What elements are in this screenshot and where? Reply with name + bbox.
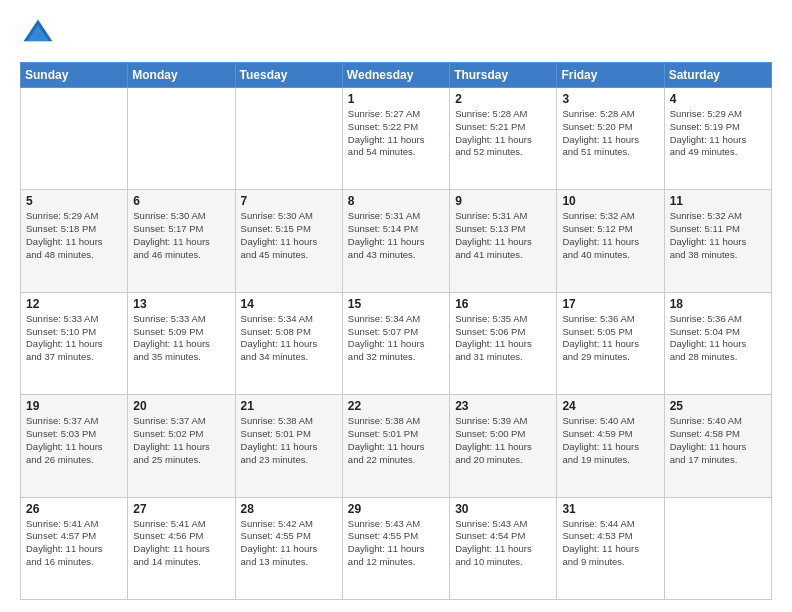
calendar-cell: 16Sunrise: 5:35 AM Sunset: 5:06 PM Dayli…	[450, 292, 557, 394]
calendar-cell: 14Sunrise: 5:34 AM Sunset: 5:08 PM Dayli…	[235, 292, 342, 394]
calendar-cell: 24Sunrise: 5:40 AM Sunset: 4:59 PM Dayli…	[557, 395, 664, 497]
day-info: Sunrise: 5:43 AM Sunset: 4:55 PM Dayligh…	[348, 518, 444, 569]
calendar-cell: 7Sunrise: 5:30 AM Sunset: 5:15 PM Daylig…	[235, 190, 342, 292]
header	[20, 16, 772, 52]
day-number: 7	[241, 194, 337, 208]
weekday-header-row: SundayMondayTuesdayWednesdayThursdayFrid…	[21, 63, 772, 88]
day-number: 23	[455, 399, 551, 413]
day-number: 24	[562, 399, 658, 413]
day-info: Sunrise: 5:32 AM Sunset: 5:12 PM Dayligh…	[562, 210, 658, 261]
day-info: Sunrise: 5:36 AM Sunset: 5:05 PM Dayligh…	[562, 313, 658, 364]
day-number: 4	[670, 92, 766, 106]
calendar-cell: 15Sunrise: 5:34 AM Sunset: 5:07 PM Dayli…	[342, 292, 449, 394]
calendar-cell: 6Sunrise: 5:30 AM Sunset: 5:17 PM Daylig…	[128, 190, 235, 292]
day-number: 13	[133, 297, 229, 311]
day-info: Sunrise: 5:39 AM Sunset: 5:00 PM Dayligh…	[455, 415, 551, 466]
calendar-cell: 23Sunrise: 5:39 AM Sunset: 5:00 PM Dayli…	[450, 395, 557, 497]
day-number: 19	[26, 399, 122, 413]
calendar-cell: 27Sunrise: 5:41 AM Sunset: 4:56 PM Dayli…	[128, 497, 235, 599]
calendar-cell: 28Sunrise: 5:42 AM Sunset: 4:55 PM Dayli…	[235, 497, 342, 599]
calendar-cell: 1Sunrise: 5:27 AM Sunset: 5:22 PM Daylig…	[342, 88, 449, 190]
calendar-cell: 13Sunrise: 5:33 AM Sunset: 5:09 PM Dayli…	[128, 292, 235, 394]
calendar-cell: 31Sunrise: 5:44 AM Sunset: 4:53 PM Dayli…	[557, 497, 664, 599]
day-number: 31	[562, 502, 658, 516]
day-info: Sunrise: 5:27 AM Sunset: 5:22 PM Dayligh…	[348, 108, 444, 159]
calendar-cell: 30Sunrise: 5:43 AM Sunset: 4:54 PM Dayli…	[450, 497, 557, 599]
day-info: Sunrise: 5:37 AM Sunset: 5:02 PM Dayligh…	[133, 415, 229, 466]
day-info: Sunrise: 5:41 AM Sunset: 4:57 PM Dayligh…	[26, 518, 122, 569]
calendar-table: SundayMondayTuesdayWednesdayThursdayFrid…	[20, 62, 772, 600]
day-number: 9	[455, 194, 551, 208]
day-info: Sunrise: 5:38 AM Sunset: 5:01 PM Dayligh…	[241, 415, 337, 466]
calendar-cell: 29Sunrise: 5:43 AM Sunset: 4:55 PM Dayli…	[342, 497, 449, 599]
day-number: 30	[455, 502, 551, 516]
calendar-cell: 8Sunrise: 5:31 AM Sunset: 5:14 PM Daylig…	[342, 190, 449, 292]
day-info: Sunrise: 5:37 AM Sunset: 5:03 PM Dayligh…	[26, 415, 122, 466]
day-number: 21	[241, 399, 337, 413]
calendar-week-row: 5Sunrise: 5:29 AM Sunset: 5:18 PM Daylig…	[21, 190, 772, 292]
calendar-cell: 20Sunrise: 5:37 AM Sunset: 5:02 PM Dayli…	[128, 395, 235, 497]
day-number: 18	[670, 297, 766, 311]
weekday-header: Saturday	[664, 63, 771, 88]
day-info: Sunrise: 5:36 AM Sunset: 5:04 PM Dayligh…	[670, 313, 766, 364]
calendar-cell	[235, 88, 342, 190]
day-info: Sunrise: 5:42 AM Sunset: 4:55 PM Dayligh…	[241, 518, 337, 569]
page: SundayMondayTuesdayWednesdayThursdayFrid…	[0, 0, 792, 612]
day-number: 22	[348, 399, 444, 413]
calendar-week-row: 12Sunrise: 5:33 AM Sunset: 5:10 PM Dayli…	[21, 292, 772, 394]
calendar-cell: 22Sunrise: 5:38 AM Sunset: 5:01 PM Dayli…	[342, 395, 449, 497]
day-info: Sunrise: 5:35 AM Sunset: 5:06 PM Dayligh…	[455, 313, 551, 364]
day-number: 3	[562, 92, 658, 106]
day-info: Sunrise: 5:34 AM Sunset: 5:07 PM Dayligh…	[348, 313, 444, 364]
day-info: Sunrise: 5:31 AM Sunset: 5:14 PM Dayligh…	[348, 210, 444, 261]
day-number: 2	[455, 92, 551, 106]
day-info: Sunrise: 5:28 AM Sunset: 5:21 PM Dayligh…	[455, 108, 551, 159]
logo	[20, 16, 60, 52]
day-number: 8	[348, 194, 444, 208]
day-info: Sunrise: 5:32 AM Sunset: 5:11 PM Dayligh…	[670, 210, 766, 261]
day-number: 1	[348, 92, 444, 106]
calendar-cell	[128, 88, 235, 190]
day-number: 5	[26, 194, 122, 208]
day-number: 6	[133, 194, 229, 208]
day-number: 15	[348, 297, 444, 311]
day-info: Sunrise: 5:29 AM Sunset: 5:19 PM Dayligh…	[670, 108, 766, 159]
weekday-header: Thursday	[450, 63, 557, 88]
weekday-header: Sunday	[21, 63, 128, 88]
day-number: 11	[670, 194, 766, 208]
calendar-cell: 3Sunrise: 5:28 AM Sunset: 5:20 PM Daylig…	[557, 88, 664, 190]
calendar-cell: 11Sunrise: 5:32 AM Sunset: 5:11 PM Dayli…	[664, 190, 771, 292]
calendar-cell	[21, 88, 128, 190]
calendar-week-row: 1Sunrise: 5:27 AM Sunset: 5:22 PM Daylig…	[21, 88, 772, 190]
day-info: Sunrise: 5:34 AM Sunset: 5:08 PM Dayligh…	[241, 313, 337, 364]
day-info: Sunrise: 5:30 AM Sunset: 5:17 PM Dayligh…	[133, 210, 229, 261]
day-info: Sunrise: 5:30 AM Sunset: 5:15 PM Dayligh…	[241, 210, 337, 261]
day-info: Sunrise: 5:44 AM Sunset: 4:53 PM Dayligh…	[562, 518, 658, 569]
calendar-cell: 17Sunrise: 5:36 AM Sunset: 5:05 PM Dayli…	[557, 292, 664, 394]
calendar-cell: 12Sunrise: 5:33 AM Sunset: 5:10 PM Dayli…	[21, 292, 128, 394]
day-number: 28	[241, 502, 337, 516]
weekday-header: Wednesday	[342, 63, 449, 88]
day-number: 10	[562, 194, 658, 208]
weekday-header: Tuesday	[235, 63, 342, 88]
day-info: Sunrise: 5:40 AM Sunset: 4:59 PM Dayligh…	[562, 415, 658, 466]
calendar-cell: 18Sunrise: 5:36 AM Sunset: 5:04 PM Dayli…	[664, 292, 771, 394]
calendar-cell: 2Sunrise: 5:28 AM Sunset: 5:21 PM Daylig…	[450, 88, 557, 190]
weekday-header: Friday	[557, 63, 664, 88]
calendar-week-row: 19Sunrise: 5:37 AM Sunset: 5:03 PM Dayli…	[21, 395, 772, 497]
day-number: 25	[670, 399, 766, 413]
calendar-cell: 19Sunrise: 5:37 AM Sunset: 5:03 PM Dayli…	[21, 395, 128, 497]
calendar-cell: 9Sunrise: 5:31 AM Sunset: 5:13 PM Daylig…	[450, 190, 557, 292]
day-number: 12	[26, 297, 122, 311]
calendar-cell: 25Sunrise: 5:40 AM Sunset: 4:58 PM Dayli…	[664, 395, 771, 497]
calendar-cell: 5Sunrise: 5:29 AM Sunset: 5:18 PM Daylig…	[21, 190, 128, 292]
day-number: 27	[133, 502, 229, 516]
day-info: Sunrise: 5:40 AM Sunset: 4:58 PM Dayligh…	[670, 415, 766, 466]
day-number: 14	[241, 297, 337, 311]
day-info: Sunrise: 5:43 AM Sunset: 4:54 PM Dayligh…	[455, 518, 551, 569]
day-number: 16	[455, 297, 551, 311]
day-info: Sunrise: 5:28 AM Sunset: 5:20 PM Dayligh…	[562, 108, 658, 159]
day-info: Sunrise: 5:33 AM Sunset: 5:10 PM Dayligh…	[26, 313, 122, 364]
day-info: Sunrise: 5:31 AM Sunset: 5:13 PM Dayligh…	[455, 210, 551, 261]
weekday-header: Monday	[128, 63, 235, 88]
